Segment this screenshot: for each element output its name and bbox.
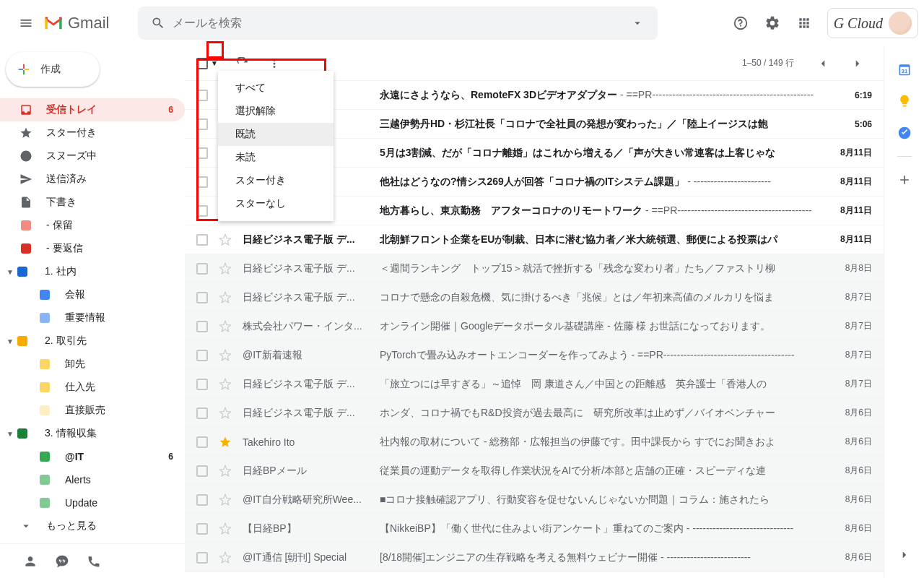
tasks-addon-button[interactable] (890, 118, 919, 147)
mail-row[interactable]: 日経ビジネス電子版 デ...「旅立つには早すぎる」～追悼 岡 康道さん／中国との… (185, 370, 884, 399)
sidebar-subitem[interactable]: 重要情報 (0, 306, 185, 329)
apps-button[interactable] (790, 9, 819, 38)
sidebar-item-drafts[interactable]: 下書き (0, 191, 185, 214)
mail-row[interactable]: @IT自分戦略研究所Wee...■コロナ接触確認アプリ、行動変容を促せないんじゃ… (185, 486, 884, 514)
next-page-button[interactable] (843, 49, 872, 78)
star-button[interactable] (218, 262, 232, 276)
mail-row[interactable]: 日経ビジネス電子版 デ...北朝鮮フロント企業をEUが制裁、日本に潜む協力者／米… (185, 225, 884, 254)
calendar-addon-button[interactable]: 31 (890, 55, 919, 84)
hangouts-icon[interactable] (55, 554, 69, 569)
search-button[interactable] (144, 9, 173, 38)
mail-content: ホンダ、コロナ禍でもR&D投資が過去最高に 研究所改革は止めず／バイオベンチャー (380, 407, 831, 420)
row-checkbox[interactable] (196, 118, 208, 130)
sidebar-item-snoozed[interactable]: スヌーズ中 (0, 144, 185, 168)
row-checkbox[interactable] (196, 350, 208, 361)
mail-row[interactable]: 株式会社パワー・インタ...オンライン開催｜Googleデータポータル基礎講座 … (185, 312, 884, 341)
star-button[interactable] (218, 377, 232, 392)
caret-down-icon[interactable]: ▼ (209, 58, 219, 69)
toolbar-left: ▼ すべて 選択解除 既読 未読 スター付き (196, 49, 289, 78)
dropdown-item-unstarred[interactable]: スターなし (218, 192, 334, 215)
sidebar-item-more[interactable]: もっと見る (0, 514, 185, 538)
compose-button[interactable]: 作成 (6, 52, 100, 87)
row-checkbox[interactable] (196, 407, 208, 419)
row-checkbox[interactable] (196, 494, 208, 506)
row-checkbox[interactable] (196, 263, 208, 275)
sidebar-subitem[interactable]: Update (0, 491, 185, 514)
sidebar-group-partners[interactable]: ▼ 2. 取引先 (0, 329, 185, 353)
support-button[interactable] (726, 9, 755, 38)
star-button[interactable] (218, 551, 232, 565)
sidebar-item-reply-needed-label[interactable]: - 要返信 (0, 237, 185, 260)
sidebar-subitem[interactable]: 卸先 (0, 353, 185, 376)
row-checkbox[interactable] (196, 465, 208, 477)
mail-row[interactable]: Takehiro Ito社内報の取材について - 総務部・広報担当の伊藤です。田… (185, 428, 884, 457)
mail-row[interactable]: @IT通信 [朝刊] Special[8/18開催]エンジニアの生存戦略を考える… (185, 543, 884, 572)
star-button[interactable] (218, 290, 232, 305)
search-options-button[interactable] (623, 9, 652, 38)
row-checkbox[interactable] (196, 321, 208, 332)
mail-content: 北朝鮮フロント企業をEUが制裁、日本に潜む協力者／米大統領選、郵便による投票はパ (380, 233, 826, 246)
row-checkbox[interactable] (196, 552, 208, 564)
sidebar-item-label: - 保留 (46, 219, 73, 232)
mail-date: 8月11日 (840, 233, 872, 246)
mail-row[interactable]: 【日経BP】【NikkeiBP】「働く世代に住みよい街アンケート」重ねてのご案内… (185, 514, 884, 543)
dropdown-item-read[interactable]: 既読 (218, 123, 334, 146)
search-bar[interactable] (138, 7, 658, 40)
sidebar-item-sent[interactable]: 送信済み (0, 168, 185, 191)
mail-row[interactable]: @IT新着速報PyTorchで畳み込みオートエンコーダーを作ってみよう - ==… (185, 341, 884, 370)
mail-row[interactable]: 日経BPメール従業員の運動データを取得し作業状況をAIで分析/本部と店舗の正確・… (185, 457, 884, 486)
row-checkbox[interactable] (196, 292, 208, 303)
person-icon[interactable] (23, 554, 38, 569)
star-button[interactable] (218, 406, 232, 420)
dropdown-item-all[interactable]: すべて (218, 77, 334, 100)
settings-button[interactable] (758, 9, 787, 38)
star-button[interactable] (218, 435, 232, 449)
star-button[interactable] (218, 348, 232, 363)
select-all-control[interactable]: ▼ (196, 58, 219, 69)
mail-sender: 日経ビジネス電子版 デ... (243, 407, 380, 420)
sidebar-item-hold-label[interactable]: - 保留 (0, 214, 185, 237)
mail-row[interactable]: 日経ビジネス電子版 デ...＜週間ランキング トップ15＞就活で挫折する「残念な… (185, 254, 884, 283)
sidebar-group-label: 1. 社内 (45, 265, 77, 278)
star-button[interactable] (218, 522, 232, 536)
row-checkbox[interactable] (196, 436, 208, 448)
mail-date: 6:19 (855, 90, 872, 100)
star-button[interactable] (218, 233, 232, 247)
dropdown-item-unread[interactable]: 未読 (218, 146, 334, 169)
mail-date: 8月7日 (845, 320, 872, 332)
sidebar-subitem-atit[interactable]: @IT 6 (0, 445, 185, 468)
sidebar-group-internal[interactable]: ▼ 1. 社内 (0, 260, 185, 283)
dropdown-item-starred[interactable]: スター付き (218, 169, 334, 192)
star-button[interactable] (218, 493, 232, 507)
sidebar-subitem[interactable]: Alerts (0, 468, 185, 491)
row-checkbox[interactable] (196, 205, 208, 217)
search-input[interactable] (173, 17, 623, 30)
main-menu-button[interactable] (12, 9, 40, 38)
row-checkbox[interactable] (196, 379, 208, 390)
sidebar-group-info[interactable]: ▼ 3. 情報収集 (0, 422, 185, 445)
row-checkbox[interactable] (196, 176, 208, 188)
row-checkbox[interactable] (196, 147, 208, 159)
row-checkbox[interactable] (196, 90, 208, 101)
row-checkbox[interactable] (196, 234, 208, 246)
mail-row[interactable]: 日経ビジネス電子版 デ...ホンダ、コロナ禍でもR&D投資が過去最高に 研究所改… (185, 399, 884, 428)
prev-page-button[interactable] (808, 49, 837, 78)
gmail-logo[interactable]: Gmail (43, 14, 109, 33)
sidebar-subitem[interactable]: 直接販売 (0, 399, 185, 422)
sidebar-item-starred[interactable]: スター付き (0, 121, 185, 144)
account-switcher[interactable]: G Cloud (827, 8, 918, 38)
keep-addon-button[interactable] (890, 87, 919, 116)
select-all-checkbox[interactable] (196, 58, 208, 69)
get-addons-button[interactable] (890, 165, 919, 194)
gear-icon (764, 15, 780, 31)
collapse-panel-button[interactable] (890, 540, 919, 569)
row-checkbox[interactable] (196, 523, 208, 535)
star-button[interactable] (218, 319, 232, 334)
phone-icon[interactable] (87, 554, 101, 569)
star-button[interactable] (218, 464, 232, 478)
dropdown-item-none[interactable]: 選択解除 (218, 100, 334, 123)
mail-row[interactable]: 日経ビジネス電子版 デ...コロナで懸念の自殺危機、気に掛けるべき「兆候」とは／… (185, 283, 884, 312)
sidebar-subitem[interactable]: 仕入先 (0, 376, 185, 399)
sidebar-subitem[interactable]: 会報 (0, 283, 185, 306)
sidebar-item-inbox[interactable]: 受信トレイ 6 (0, 98, 185, 121)
